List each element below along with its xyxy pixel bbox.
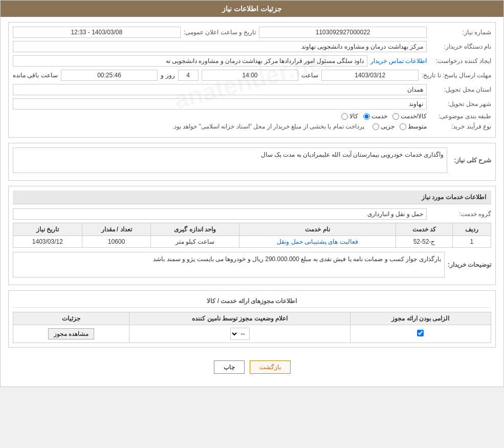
perm-col-mandatory: الزامی بودن ارائه مجوز [350,312,491,325]
print-button[interactable]: چاپ [214,360,245,374]
response-deadline-row: مهلت ارسال پاسخ: تا تاریخ: 1403/03/12 سا… [13,70,491,81]
page-wrapper: جزئیات اطلاعات نیاز anatender.net شماره … [0,0,504,387]
col-row-num: ردیف [452,223,491,236]
delivery-city-row: شهر محل تحویل: نهاوند [13,98,491,110]
need-number-label: شماره نیاز: [430,29,491,36]
services-section-title: اطلاعات خدمات مورد نیاز [13,190,491,204]
remaining-days: 4 [178,70,199,81]
purchase-jozi-label: جزیی [381,123,395,130]
permissions-section: اطلاعات مجوزهای ارائه خدمت / کالا الزامی… [8,290,496,348]
perm-status-cell: -- [129,325,350,343]
delivery-province-label: استان محل تحویل: [430,86,491,93]
purchase-jozi-radio[interactable] [372,123,379,130]
requester-row: ایجاد کننده درخواست: اطلاعات تماس خریدار… [13,55,491,67]
general-desc-section: شرح کلی نیاز: واگذاری خدمات خودرویی بیما… [8,143,496,181]
main-info-section: anatender.net شماره نیاز: 11030929270000… [8,22,496,138]
delivery-city-value: نهاوند [13,98,427,110]
cell-service-name[interactable]: فعالیت های پشتیبانی حمل ونقل [239,236,396,248]
col-service-code: کد خدمت [396,223,453,236]
general-desc-value: واگذاری خدمات خودرویی بیمارستان آیت الله… [13,147,447,173]
purchase-motovaset-label: متوسط [408,123,427,130]
category-kala-khedmat-radio[interactable] [392,113,399,120]
view-permission-button[interactable]: مشاهده مجوز [48,328,94,339]
perm-mandatory-cell [350,325,491,343]
requester-value: داود سلگی مسئول امور قراردادها مرکز بهدا… [13,55,367,67]
perm-details-cell: مشاهده مجوز [13,325,129,343]
cell-unit: ساعت کیلو متر [151,236,239,248]
requester-contact-link[interactable]: اطلاعات تماس خریدار [370,57,427,65]
category-khedmat: خدمت [363,113,387,120]
remaining-label: ساعت باقی مانده [13,72,58,79]
general-desc-row: شرح کلی نیاز: واگذاری خدمات خودرویی بیما… [13,147,491,173]
buyer-desc-label: توضیحات خریدار: [448,261,491,268]
back-button[interactable]: بازگشت [250,360,291,374]
purchase-motovaset-radio[interactable] [400,123,406,130]
response-time-value: 14:00 [202,70,299,81]
need-number-row: شماره نیاز: 1103092927000022 تاریخ و ساع… [13,27,491,38]
table-row: 1 ح-52-52 فعالیت های پشتیبانی حمل ونقل س… [13,236,491,248]
category-kala-radio[interactable] [341,113,348,120]
delivery-province-row: استان محل تحویل: همدان [13,84,491,95]
status-select[interactable]: -- [230,328,250,340]
cell-service-code: ح-52-52 [396,236,453,248]
perm-col-status: اعلام وضعیت مجوز توسط نامین کننده [129,312,350,325]
service-group-label: گروه خدمت: [430,210,491,218]
category-kala-khedmat: کالا/خدمت [392,113,427,120]
cell-quantity: 10600 [82,236,151,248]
purchase-type-radio-group: جزیی متوسط [372,123,427,130]
perm-col-details: جزئیات [13,312,129,325]
cell-row-num: 1 [452,236,491,248]
buyer-desc-value: بارگذاری جواز کسب و ضمانت نامه یا فیش نق… [13,252,445,278]
buyer-org-row: نام دستگاه خریدار: مرکز بهداشت درمان و م… [13,41,491,52]
buyer-desc-row: توضیحات خریدار: بارگذاری جواز کسب و ضمان… [13,252,491,278]
general-desc-label: شرح کلی نیاز: [450,157,491,164]
remaining-time-value: 00:25:46 [61,70,158,81]
page-header: جزئیات اطلاعات نیاز [1,1,503,17]
purchase-type-motovaset: متوسط [400,123,427,130]
permissions-table: الزامی بودن ارائه مجوز اعلام وضعیت مجوز … [13,312,491,343]
purchase-type-jozi: جزیی [372,123,395,130]
buyer-org-label: نام دستگاه خریدار: [430,43,491,50]
requester-label: ایجاد کننده درخواست: [430,57,491,65]
table-row: -- مشاهده مجوز [13,325,491,343]
purchase-type-row: نوع فرآیند خرید: جزیی متوسط پرداخت تمام … [13,123,491,130]
col-quantity: تعداد / مقدار [82,223,151,236]
mandatory-checkbox[interactable] [417,330,424,336]
page-title: جزئیات اطلاعات نیاز [222,5,282,13]
announce-date-label: تاریخ و ساعت اعلان عمومی: [184,29,256,36]
need-number-value: 1103092927000022 [259,27,427,38]
cell-need-date: 1403/03/12 [13,236,82,248]
category-radio-group: کالا خدمت کالا/خدمت [341,113,427,120]
response-days-label: روز و [161,72,174,79]
col-unit: واحد اندازه گیری [151,223,239,236]
buyer-org-value: مرکز بهداشت درمان و مشاوره دانشجویی نهاو… [13,41,427,52]
response-date-value: 1403/03/12 [321,70,419,81]
announce-date-value: 1403/03/08 - 12:33 [13,27,181,38]
response-time-label: ساعت [301,72,318,79]
services-section: اطلاعات خدمات مورد نیاز گروه خدمت: حمل و… [8,186,496,285]
footer-buttons: بازگشت چاپ [8,353,496,381]
col-service-name: نام خدمت [239,223,396,236]
category-kala-khedmat-label: کالا/خدمت [401,113,427,120]
delivery-province-value: همدان [13,84,427,95]
category-label: طبقه بندی موضوعی: [430,113,491,120]
permissions-section-title: اطلاعات مجوزهای ارائه خدمت / کالا [13,295,491,308]
purchase-type-label: نوع فرآیند خرید: [430,123,491,130]
category-kala-label: کالا [349,113,358,120]
category-row: طبقه بندی موضوعی: کالا خدمت کالا/خدمت [13,113,491,120]
service-group-value: حمل و نقل و انبارداری [13,208,427,220]
service-group-row: گروه خدمت: حمل و نقل و انبارداری [13,208,491,220]
category-kala: کالا [341,113,358,120]
services-table: ردیف کد خدمت نام خدمت واحد اندازه گیری ت… [13,223,491,248]
category-khedmat-label: خدمت [371,113,387,120]
delivery-city-label: شهر محل تحویل: [430,100,491,108]
purchase-type-note: پرداخت تمام یا بخشی از مبلغ خریدار از مح… [172,123,364,130]
col-need-date: تاریخ نیاز [13,223,82,236]
main-content: anatender.net شماره نیاز: 11030929270000… [1,17,503,387]
category-khedmat-radio[interactable] [363,113,370,120]
response-deadline-label: مهلت ارسال پاسخ: تا تاریخ: [422,72,491,79]
